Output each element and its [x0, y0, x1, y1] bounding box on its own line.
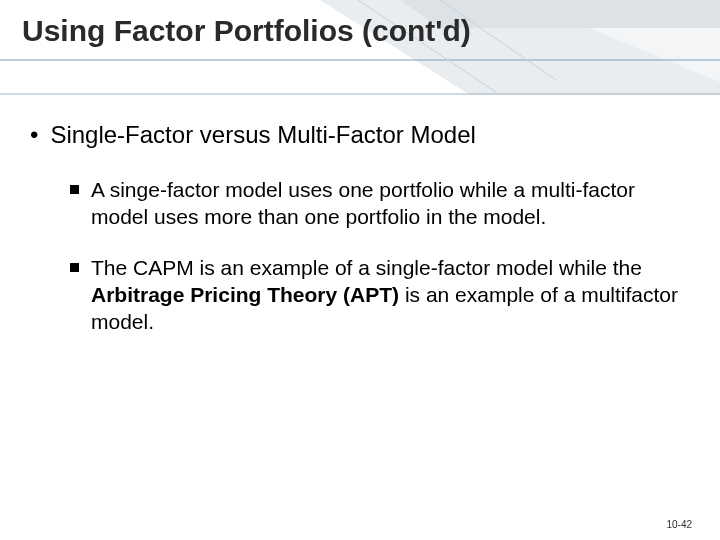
text-run: The CAPM is an example of a single-facto… — [91, 256, 642, 279]
sub-bullet-text: The CAPM is an example of a single-facto… — [91, 254, 690, 335]
page-number: 10-42 — [666, 519, 692, 530]
sub-bullet-text: A singe-factor model uses one portfolio … — [91, 176, 690, 230]
bullet-dot-icon: • — [30, 120, 38, 150]
slide: Using Factor Portfolios (cont'd) • Singl… — [0, 0, 720, 540]
bullet-level-2: A singe-factor model uses one portfolio … — [70, 176, 690, 230]
body-content: • Single-Factor versus Multi-Factor Mode… — [30, 120, 690, 359]
bullet-square-icon — [70, 185, 79, 194]
bullet-level-1: • Single-Factor versus Multi-Factor Mode… — [30, 120, 690, 150]
text-bold: Arbitrage Pricing Theory (APT) — [91, 283, 399, 306]
slide-title: Using Factor Portfolios (cont'd) — [22, 14, 471, 48]
bullet-text: Single-Factor versus Multi-Factor Model — [50, 120, 475, 150]
bullet-square-icon — [70, 263, 79, 272]
bullet-level-2: The CAPM is an example of a single-facto… — [70, 254, 690, 335]
